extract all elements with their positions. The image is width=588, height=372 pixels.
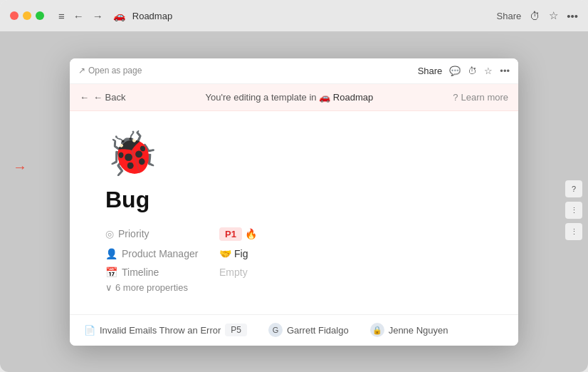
bottom-bar: 📄 Invalid Emails Throw an Error P5 G Gar… bbox=[70, 314, 518, 346]
minimize-button[interactable] bbox=[23, 11, 31, 20]
modal-clock-icon[interactable]: ⏱ bbox=[468, 66, 477, 76]
calendar-icon: 📅 bbox=[105, 267, 117, 278]
document-icon: 📄 bbox=[84, 325, 95, 336]
priority-badge: P1 bbox=[219, 227, 242, 241]
timeline-label: 📅 Timeline bbox=[105, 267, 219, 278]
chevron-down-icon: ∨ bbox=[105, 282, 112, 293]
properties-list: ◎ Priority P1 🔥 👤 Product Manager bbox=[105, 227, 483, 278]
timeline-value[interactable]: Empty bbox=[219, 267, 248, 278]
modal-chat-icon[interactable]: 💬 bbox=[449, 66, 461, 76]
modal: ↗ Open as page Share 💬 ⏱ ☆ ••• ← ← Back bbox=[70, 58, 518, 346]
more-options-icon[interactable]: ••• bbox=[567, 10, 578, 22]
maximize-button[interactable] bbox=[36, 11, 44, 20]
page-title: Bug bbox=[105, 187, 483, 213]
fire-icon: 🔥 bbox=[245, 228, 257, 239]
modal-star-icon[interactable]: ☆ bbox=[484, 66, 493, 76]
person-icon: 👤 bbox=[105, 248, 117, 259]
property-row-timeline: 📅 Timeline Empty bbox=[105, 267, 483, 278]
avatar-garrett: G bbox=[268, 323, 283, 337]
banner-message: You're editing a template in 🚗 Roadmap bbox=[126, 92, 453, 103]
bug-emoji: 🐞 bbox=[105, 133, 483, 175]
nav-buttons: ≡ ← → bbox=[56, 9, 106, 24]
priority-value[interactable]: P1 🔥 bbox=[219, 227, 257, 241]
priority-icon: ◎ bbox=[105, 228, 114, 239]
bottom-item-1[interactable]: G Garrett Fidalgo bbox=[268, 323, 349, 337]
sidebar-dots-1[interactable]: ⋮ bbox=[565, 202, 582, 219]
template-banner: ← ← Back You're editing a template in 🚗 … bbox=[70, 84, 518, 111]
titlebar: ≡ ← → 🚗 Roadmap Share ⏱ ☆ ••• bbox=[0, 0, 588, 31]
titlebar-actions: Share ⏱ ☆ ••• bbox=[497, 9, 578, 22]
help-circle-icon: ? bbox=[453, 92, 458, 103]
modal-topbar-right: Share 💬 ⏱ ☆ ••• bbox=[418, 66, 510, 76]
modal-topbar: ↗ Open as page Share 💬 ⏱ ☆ ••• bbox=[70, 58, 518, 84]
modal-share-button[interactable]: Share bbox=[418, 66, 443, 76]
hamburger-icon[interactable]: ≡ bbox=[56, 9, 68, 24]
traffic-lights bbox=[10, 11, 44, 20]
modal-more-icon[interactable]: ••• bbox=[500, 66, 510, 76]
banner-workspace-icon: 🚗 bbox=[319, 92, 330, 103]
link-icon: ↗ bbox=[78, 66, 85, 76]
workspace-icon: 🚗 bbox=[113, 10, 125, 21]
help-icon[interactable]: ? bbox=[565, 180, 582, 197]
priority-label: ◎ Priority bbox=[105, 228, 219, 239]
bottom-item-2[interactable]: 🔒 Jenne Nguyen bbox=[370, 323, 448, 337]
sidebar-dots-2[interactable]: ⋮ bbox=[565, 223, 582, 240]
product-manager-label: 👤 Product Manager bbox=[105, 248, 219, 259]
right-sidebar: ? ⋮ ⋮ bbox=[565, 180, 582, 240]
property-row-product-manager: 👤 Product Manager 🤝 Fig bbox=[105, 248, 483, 259]
learn-more-button[interactable]: ? Learn more bbox=[453, 92, 508, 103]
avatar-jenne: 🔒 bbox=[370, 323, 384, 337]
back-arrow-icon: ← bbox=[80, 92, 89, 103]
titlebar-share-button[interactable]: Share bbox=[497, 11, 522, 21]
window-title: Roadmap bbox=[132, 11, 172, 21]
bottom-item-0[interactable]: 📄 Invalid Emails Throw an Error P5 bbox=[84, 324, 247, 336]
p5-badge: P5 bbox=[225, 324, 247, 336]
forward-nav-button[interactable]: → bbox=[90, 9, 106, 24]
back-button[interactable]: ← ← Back bbox=[80, 92, 126, 103]
open-as-page-button[interactable]: ↗ Open as page bbox=[78, 66, 142, 76]
content-area: → ? ⋮ ⋮ ↗ Open as page Share 💬 ⏱ ☆ ••• bbox=[0, 31, 588, 372]
arrow-indicator: → bbox=[13, 159, 27, 175]
handshake-icon: 🤝 bbox=[219, 248, 231, 259]
product-manager-value[interactable]: 🤝 Fig bbox=[219, 248, 248, 259]
clock-icon[interactable]: ⏱ bbox=[530, 10, 540, 22]
property-row-priority: ◎ Priority P1 🔥 bbox=[105, 227, 483, 241]
more-properties-toggle[interactable]: ∨ 6 more properties bbox=[105, 282, 483, 293]
close-button[interactable] bbox=[10, 11, 19, 20]
back-nav-button[interactable]: ← bbox=[70, 9, 87, 24]
star-icon[interactable]: ☆ bbox=[549, 9, 558, 22]
modal-body: 🐞 Bug ◎ Priority P1 🔥 bbox=[70, 111, 518, 314]
